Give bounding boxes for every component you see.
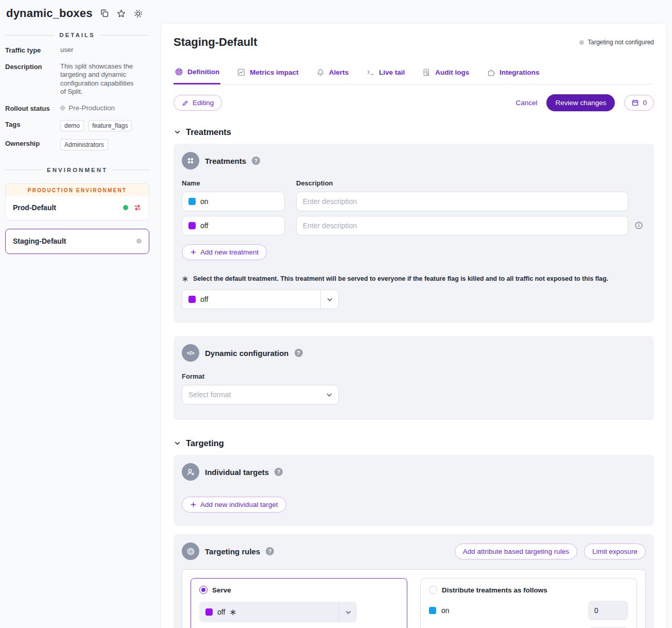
sidebar: DETAILS Traffic type user Description Th…	[0, 23, 161, 254]
star-icon[interactable]	[116, 9, 126, 19]
tab-live-tail[interactable]: Live tail	[365, 66, 406, 84]
info-icon[interactable]	[634, 221, 643, 230]
tab-bar: Definition Metrics impact Alerts	[174, 66, 654, 84]
add-user-icon	[182, 463, 199, 481]
tab-alerts[interactable]: Alerts	[315, 66, 350, 84]
limit-exposure-button[interactable]: Limit exposure	[584, 544, 646, 559]
add-new-individual-target-button[interactable]: Add new individual target	[182, 497, 286, 513]
treatment-name-input-on[interactable]: on	[182, 192, 285, 211]
tab-metrics-impact[interactable]: Metrics impact	[236, 66, 300, 84]
traffic-type-row: Traffic type user	[5, 46, 149, 55]
gear-icon[interactable]	[133, 9, 143, 19]
tab-integrations[interactable]: Integrations	[486, 66, 540, 84]
name-column-label: Name	[182, 179, 285, 187]
production-environment-banner: PRODUCTION ENVIRONMENT	[6, 184, 149, 196]
chevron-down-icon	[320, 290, 338, 309]
dynamic-configuration-card: Dynamic configuration Format Select form…	[174, 336, 654, 420]
treatment-color-swatch-purple	[205, 608, 213, 616]
description-column-label: Description	[296, 179, 333, 187]
serve-treatment-select[interactable]: off	[199, 602, 357, 622]
targeting-section-header[interactable]: Targeting	[174, 438, 654, 448]
treatment-color-swatch-blue	[188, 198, 196, 205]
format-label: Format	[182, 372, 646, 380]
ownership-row: Ownership Administrators	[5, 139, 149, 150]
scheduled-changes-button[interactable]: 0	[624, 95, 654, 111]
distribute-radio-row[interactable]: Distribute treatments as follows	[429, 586, 628, 594]
rollout-diamond-icon	[59, 105, 66, 111]
traffic-type-value: user	[60, 46, 73, 55]
help-icon[interactable]	[295, 349, 303, 357]
treatments-card: Treatments Name Description on	[174, 144, 654, 323]
chevron-down-icon	[174, 128, 181, 136]
rollout-status-row: Rollout status Pre-Production	[5, 104, 149, 112]
alerts-bell-icon	[316, 68, 325, 77]
treatment-row-off: off	[182, 216, 646, 235]
treatment-description-input[interactable]	[296, 216, 628, 235]
help-icon[interactable]	[252, 157, 260, 165]
distribute-panel[interactable]: Distribute treatments as follows on	[420, 578, 637, 628]
flag-title: dynamic_boxes	[6, 7, 93, 20]
tag-chip[interactable]: demo	[60, 120, 84, 131]
copy-icon[interactable]	[100, 9, 109, 18]
treatments-section-header[interactable]: Treatments	[174, 127, 654, 137]
tags-row: Tags demo feature_flags	[5, 120, 149, 131]
owner-chip[interactable]: Administrators	[60, 139, 108, 150]
treatment-color-swatch-purple	[188, 296, 196, 303]
default-treatment-note: Select the default treatment. This treat…	[182, 275, 646, 282]
treatment-color-swatch-purple	[188, 222, 196, 229]
swap-arrows-icon[interactable]	[133, 203, 142, 212]
review-changes-button[interactable]: Review changes	[546, 94, 615, 111]
help-icon[interactable]	[274, 468, 283, 476]
cancel-button[interactable]: Cancel	[515, 99, 537, 107]
radio-unselected-icon[interactable]	[429, 586, 437, 594]
tab-definition[interactable]: Definition	[174, 66, 220, 84]
treatments-grid-icon	[182, 152, 199, 169]
env-status-dot-gray	[136, 239, 142, 244]
treatment-name-input-off[interactable]: off	[182, 216, 285, 235]
radio-selected-icon[interactable]	[199, 586, 208, 594]
env-name-staging: Staging-Default	[13, 237, 66, 245]
page: dynamic_boxes DETAILS Traffic type user …	[0, 0, 672, 628]
target-icon	[182, 542, 199, 560]
rule-editor: Serve off	[182, 569, 646, 628]
distribute-percent-input-on[interactable]	[588, 601, 628, 620]
metrics-impact-icon	[237, 68, 246, 77]
env-status-dot-green	[123, 205, 128, 210]
chevron-down-icon	[339, 602, 357, 622]
default-treatment-select[interactable]: off	[182, 290, 339, 309]
editing-button[interactable]: Editing	[174, 95, 222, 111]
env-card-staging[interactable]: Staging-Default	[5, 229, 149, 254]
chevron-down-icon	[320, 385, 338, 404]
targeting-rules-card: Targeting rules Add attribute based targ…	[174, 534, 654, 628]
chevron-down-icon	[174, 439, 181, 447]
audit-logs-icon	[422, 68, 431, 77]
rollout-status-value: Pre-Production	[68, 104, 115, 112]
treatment-row-on: on	[182, 192, 646, 211]
tag-chip[interactable]: feature_flags	[88, 120, 132, 131]
code-icon	[182, 344, 199, 362]
tab-audit-logs[interactable]: Audit logs	[421, 66, 470, 84]
treatment-color-swatch-blue	[429, 607, 436, 614]
help-icon[interactable]	[266, 547, 274, 555]
add-attribute-rules-button[interactable]: Add attribute based targeting rules	[455, 544, 577, 559]
status-dot-icon	[579, 40, 584, 45]
page-title: Staging-Default	[174, 36, 257, 49]
env-name-prod: Prod-Default	[13, 203, 56, 212]
add-new-treatment-button[interactable]: Add new treatment	[182, 244, 267, 260]
treatment-description-input[interactable]	[296, 192, 628, 211]
env-card-prod[interactable]: PRODUCTION ENVIRONMENT Prod-Default	[5, 183, 149, 220]
top-bar: dynamic_boxes	[0, 0, 672, 23]
serve-radio-row[interactable]: Serve	[199, 586, 399, 594]
calendar-icon	[631, 99, 639, 107]
environment-heading: ENVIRONMENT	[5, 167, 149, 173]
targeting-status-badge: Targeting not configured	[579, 39, 654, 46]
format-select[interactable]: Select format	[182, 385, 339, 404]
environment-definition-panel: Staging-Default Targeting not configured…	[161, 23, 667, 628]
details-heading: DETAILS	[5, 32, 149, 38]
default-asterisk-icon	[230, 609, 236, 616]
description-row: Description This split showcases the tar…	[5, 62, 149, 96]
live-tail-terminal-icon	[366, 68, 375, 77]
definition-icon	[175, 67, 183, 76]
plus-icon	[190, 249, 197, 256]
serve-panel[interactable]: Serve off	[191, 578, 407, 628]
